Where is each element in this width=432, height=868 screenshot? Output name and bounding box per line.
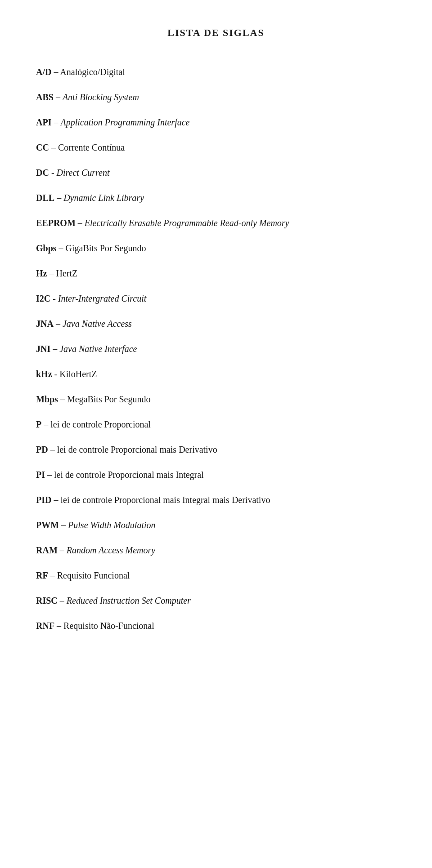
list-item: EEPROM – Electrically Erasable Programma…: [36, 217, 396, 229]
separator: –: [58, 545, 67, 555]
list-item: PI – lei de controle Proporcional mais I…: [36, 468, 396, 481]
definition-text: Anti Blocking System: [63, 92, 139, 102]
definition-text: Electrically Erasable Programmable Read-…: [85, 218, 289, 228]
definition-text: lei de controle Proporcional mais Integr…: [60, 495, 270, 505]
acronym-label: API: [36, 117, 51, 127]
list-item: RAM – Random Access Memory: [36, 544, 396, 556]
separator: –: [76, 218, 85, 228]
acronym-label: Mbps: [36, 394, 58, 404]
page-title: LISTA DE SIGLAS: [36, 27, 396, 39]
list-item: DC - Direct Current: [36, 166, 396, 179]
separator: –: [58, 394, 67, 404]
acronym-label: CC: [36, 142, 49, 152]
list-item: I2C - Inter-Intergrated Circuit: [36, 292, 396, 305]
separator: –: [57, 243, 66, 253]
definition-text: Requisito Funcional: [57, 570, 130, 580]
definition-text: Application Programming Interface: [60, 117, 189, 127]
separator: –: [47, 268, 56, 278]
list-item: Mbps – MegaBits Por Segundo: [36, 393, 396, 405]
acronym-label: JNI: [36, 344, 50, 354]
separator: -: [50, 294, 58, 303]
definition-text: KiloHertZ: [59, 369, 97, 379]
list-item: JNI – Java Native Interface: [36, 343, 396, 355]
separator: –: [54, 319, 63, 329]
acronym-label: PWM: [36, 520, 59, 530]
separator: –: [51, 495, 60, 505]
list-item: PWM – Pulse Width Modulation: [36, 519, 396, 531]
list-item: CC – Corrente Contínua: [36, 141, 396, 154]
acronym-label: JNA: [36, 319, 54, 329]
separator: –: [48, 570, 57, 580]
separator: –: [45, 470, 54, 480]
definition-text: Dynamic Link Library: [63, 193, 144, 203]
list-item: Gbps – GigaBits Por Segundo: [36, 242, 396, 254]
acronym-label: RISC: [36, 596, 58, 605]
list-item: RF – Requisito Funcional: [36, 569, 396, 582]
entries-list: A/D – Analógico/DigitalABS – Anti Blocki…: [36, 66, 396, 632]
list-item: RNF – Requisito Não-Funcional: [36, 619, 396, 632]
separator: -: [52, 369, 60, 379]
acronym-label: DC: [36, 168, 49, 178]
list-item: kHz - KiloHertZ: [36, 368, 396, 380]
acronym-label: RNF: [36, 621, 54, 631]
acronym-label: A/D: [36, 67, 51, 77]
acronym-label: DLL: [36, 193, 54, 203]
acronym-label: kHz: [36, 369, 52, 379]
definition-text: Java Native Access: [63, 319, 132, 329]
list-item: PD – lei de controle Proporcional mais D…: [36, 443, 396, 456]
separator: –: [58, 596, 67, 605]
list-item: DLL – Dynamic Link Library: [36, 191, 396, 204]
acronym-label: I2C: [36, 294, 50, 303]
acronym-label: Gbps: [36, 243, 57, 253]
definition-text: MegaBits Por Segundo: [67, 394, 151, 404]
separator: –: [54, 193, 63, 203]
list-item: ABS – Anti Blocking System: [36, 91, 396, 103]
separator: –: [51, 67, 60, 77]
acronym-label: PD: [36, 445, 48, 454]
acronym-label: ABS: [36, 92, 54, 102]
definition-text: GigaBits Por Segundo: [66, 243, 146, 253]
definition-text: Reduced Instruction Set Computer: [67, 596, 191, 605]
definition-text: Requisito Não-Funcional: [63, 621, 154, 631]
list-item: A/D – Analógico/Digital: [36, 66, 396, 78]
list-item: P – lei de controle Proporcional: [36, 418, 396, 431]
acronym-label: PID: [36, 495, 51, 505]
definition-text: Corrente Contínua: [58, 142, 125, 152]
separator: –: [49, 142, 58, 152]
list-item: JNA – Java Native Access: [36, 317, 396, 330]
acronym-label: RAM: [36, 545, 58, 555]
separator: –: [50, 344, 59, 354]
definition-text: lei de controle Proporcional mais Deriva…: [57, 445, 217, 454]
definition-text: lei de controle Proporcional mais Integr…: [54, 470, 204, 480]
list-item: Hz – HertZ: [36, 267, 396, 280]
separator: –: [51, 117, 60, 127]
definition-text: Direct Current: [57, 168, 110, 178]
definition-text: HertZ: [56, 268, 77, 278]
separator: –: [59, 520, 68, 530]
definition-text: Java Native Interface: [59, 344, 137, 354]
separator: –: [48, 445, 57, 454]
acronym-label: PI: [36, 470, 45, 480]
definition-text: Inter-Intergrated Circuit: [58, 294, 146, 303]
separator: –: [54, 621, 63, 631]
separator: –: [54, 92, 63, 102]
acronym-label: RF: [36, 570, 48, 580]
definition-text: Random Access Memory: [67, 545, 155, 555]
definition-text: Analógico/Digital: [60, 67, 125, 77]
acronym-label: P: [36, 419, 41, 429]
separator: –: [41, 419, 50, 429]
list-item: PID – lei de controle Proporcional mais …: [36, 494, 396, 506]
acronym-label: EEPROM: [36, 218, 76, 228]
list-item: API – Application Programming Interface: [36, 116, 396, 129]
definition-text: lei de controle Proporcional: [50, 419, 151, 429]
definition-text: Pulse Width Modulation: [68, 520, 155, 530]
list-item: RISC – Reduced Instruction Set Computer: [36, 594, 396, 607]
acronym-label: Hz: [36, 268, 47, 278]
separator: -: [49, 168, 57, 178]
